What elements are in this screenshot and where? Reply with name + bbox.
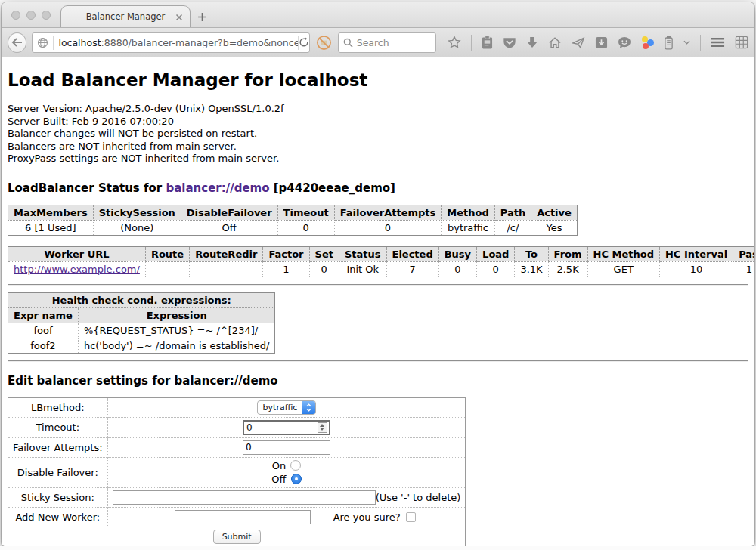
timeout-value: 0 xyxy=(244,422,318,433)
col-header: HC Interval xyxy=(659,246,733,261)
proxypass-note: ProxyPass settings are NOT inherited fro… xyxy=(8,153,748,165)
table-row: foof2 hc('body') =~ /domain is establish… xyxy=(8,338,275,353)
zoom-window-button[interactable] xyxy=(42,11,51,20)
col-header: HC Method xyxy=(587,246,659,261)
cell xyxy=(190,261,263,277)
balancer-link[interactable]: balancer://demo xyxy=(166,181,269,195)
health-check-table: Health check cond. expressions: Expr nam… xyxy=(8,292,275,354)
reader-square-icon[interactable] xyxy=(595,33,608,51)
close-window-button[interactable] xyxy=(11,11,20,20)
reload-button[interactable] xyxy=(299,33,309,51)
status-heading-prefix: LoadBalancer Status for xyxy=(8,181,166,195)
add-new-worker-input[interactable] xyxy=(175,510,311,524)
url-path: :8880/balancer-manager?b=demo&nonce=decc… xyxy=(101,37,299,48)
col-header: Load xyxy=(477,246,515,261)
health-table-title: Health check cond. expressions: xyxy=(8,292,275,307)
worker-url-link[interactable]: http://www.example.com/ xyxy=(14,264,140,275)
cell: 2.5K xyxy=(548,261,587,277)
server-version: Server Version: Apache/2.5.0-dev (Unix) … xyxy=(8,103,748,116)
send-icon[interactable] xyxy=(572,33,585,51)
disable-failover-on-radio[interactable] xyxy=(290,460,301,471)
sticky-session-input[interactable] xyxy=(113,490,376,505)
table-header-row: Worker URL Route RouteRedir Factor Set S… xyxy=(8,246,755,261)
lbmethod-label: LBmethod: xyxy=(8,397,108,417)
worker-row: http://www.example.com/ 1 0 Init Ok 7 0 … xyxy=(8,261,755,277)
col-header: To xyxy=(515,246,548,261)
home-icon[interactable] xyxy=(548,33,562,51)
cell: Yes xyxy=(531,220,578,235)
col-header: Worker URL xyxy=(8,246,146,261)
failover-attempts-label: Failover Attempts: xyxy=(8,437,108,457)
clipboard-icon[interactable] xyxy=(482,33,493,51)
battery-icon[interactable] xyxy=(664,33,674,51)
lbmethod-select[interactable]: bytraffic xyxy=(257,400,317,415)
page-content: Load Balancer Manager for localhost Serv… xyxy=(2,57,754,546)
back-button[interactable] xyxy=(8,32,26,53)
dropdown-caret-icon[interactable] xyxy=(683,33,690,51)
cell: 0 xyxy=(438,261,476,277)
pocket-icon[interactable] xyxy=(503,33,516,51)
form-row-failover: Failover Attempts: xyxy=(8,437,466,457)
search-icon xyxy=(343,38,353,48)
cell: 6 [1 Used] xyxy=(8,220,94,235)
failover-attempts-input[interactable] xyxy=(243,440,330,455)
expression-cell: %{REQUEST_STATUS} =~ /^[234]/ xyxy=(78,323,275,338)
search-bar[interactable]: Search xyxy=(338,32,436,53)
cell: 0 xyxy=(277,220,334,235)
grid-icon[interactable] xyxy=(735,33,748,51)
minimize-window-button[interactable] xyxy=(26,11,36,20)
cell: Init Ok xyxy=(339,261,386,277)
timeout-label: Timeout: xyxy=(8,417,108,437)
server-info: Server Version: Apache/2.5.0-dev (Unix) … xyxy=(8,103,748,165)
download-arrow-icon[interactable] xyxy=(526,33,538,51)
edit-settings-heading: Edit balancer settings for balancer://de… xyxy=(8,374,748,388)
radio-off-label: Off xyxy=(271,474,286,485)
url-text[interactable]: localhost:8880/balancer-manager?b=demo&n… xyxy=(54,37,298,48)
chat-smiley-icon[interactable] xyxy=(618,33,631,51)
url-bar[interactable]: localhost:8880/balancer-manager?b=demo&n… xyxy=(32,32,310,53)
persist-note: Balancer changes will NOT be persisted o… xyxy=(8,128,748,141)
status-heading: LoadBalancer Status for balancer://demo … xyxy=(8,181,748,195)
form-row-disable-failover: Disable Failover: On Off xyxy=(8,457,466,487)
disable-failover-off-radio[interactable] xyxy=(291,474,302,484)
col-header: From xyxy=(548,246,587,261)
cell: /c/ xyxy=(494,220,531,235)
select-stepper-icon xyxy=(302,401,315,414)
status-heading-suffix: [p4420eeae_demo] xyxy=(270,181,395,195)
timeout-input[interactable]: 0 xyxy=(243,420,330,435)
number-spinner-icon[interactable] xyxy=(318,422,327,433)
bookmark-star-icon[interactable] xyxy=(448,33,461,51)
blocked-content-icon[interactable] xyxy=(315,33,333,51)
new-tab-button[interactable] xyxy=(191,6,213,27)
browser-tab[interactable]: Balancer Manager xyxy=(60,5,191,27)
col-header: Busy xyxy=(438,246,476,261)
search-placeholder: Search xyxy=(357,37,389,48)
form-row-submit: Submit xyxy=(8,527,466,546)
globe-icon[interactable] xyxy=(33,37,53,48)
expr-name-cell: foof2 xyxy=(8,338,79,353)
are-you-sure-checkbox[interactable] xyxy=(406,512,416,522)
col-header: Path xyxy=(494,205,531,220)
menu-icon[interactable] xyxy=(711,33,725,51)
toolbar-icons xyxy=(448,33,748,51)
col-header: Route xyxy=(145,246,189,261)
cell: 3.1K xyxy=(515,261,548,277)
cell: 0 xyxy=(334,220,442,235)
titlebar: Balancer Manager xyxy=(2,2,754,28)
table-header-row: MaxMembers StickySession DisableFailover… xyxy=(8,205,578,220)
form-row-timeout: Timeout: 0 xyxy=(8,417,466,437)
tab-close-icon[interactable] xyxy=(175,12,184,21)
col-header: Expression xyxy=(78,307,275,323)
col-header: Expr name xyxy=(8,307,79,323)
cell xyxy=(145,261,189,277)
cell: 1 (0) xyxy=(733,261,754,277)
reload-icon xyxy=(299,37,309,48)
lbmethod-selected-value: bytraffic xyxy=(258,401,303,414)
balancer-status-table: MaxMembers StickySession DisableFailover… xyxy=(8,205,578,236)
back-icon xyxy=(11,38,23,47)
toolbar-divider-2 xyxy=(700,35,701,51)
submit-button[interactable]: Submit xyxy=(213,530,261,544)
colored-dots-icon[interactable] xyxy=(641,33,654,51)
sticky-session-note: (Use '-' to delete) xyxy=(376,492,461,503)
table-header-row: Expr name Expression xyxy=(8,307,275,323)
